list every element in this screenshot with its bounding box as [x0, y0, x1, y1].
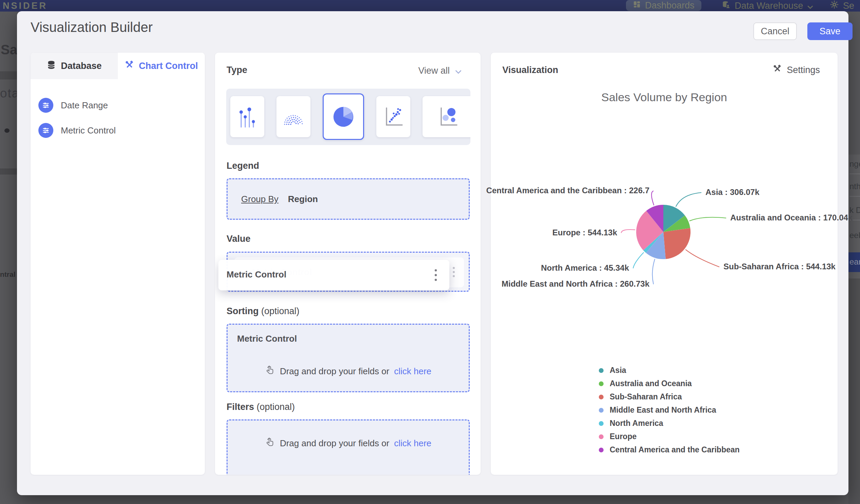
kebab-menu-icon[interactable]: [434, 269, 437, 283]
legend-item[interactable]: Australia and Oceania: [599, 377, 740, 390]
pie-label: Central America and the Caribbean : 226.…: [486, 186, 649, 195]
sliders-icon: [38, 123, 53, 138]
sidebar-item-label: Metric Control: [61, 125, 116, 136]
top-navigation-bar: NSIDER Dashboards Data Warehouse Se: [0, 0, 860, 12]
nav-dashboards-button[interactable]: Dashboards: [626, 0, 701, 11]
sliders-icon: [38, 98, 53, 113]
chart-type-scatter[interactable]: [376, 96, 410, 137]
legend-item[interactable]: Middle East and North Africa: [599, 403, 740, 417]
tab-chart-control[interactable]: Chart Control: [118, 53, 205, 79]
menu-item-fragment: eek: [849, 231, 860, 240]
value-field-drag-card[interactable]: Metric Control: [218, 260, 449, 290]
background-divider: [0, 71, 17, 80]
chart-type-pie[interactable]: [322, 93, 364, 140]
filters-dropzone[interactable]: Drag and drop your fields or click here: [227, 419, 470, 475]
value-field-label: Metric Control: [227, 269, 286, 280]
optional-suffix: (optional): [261, 306, 300, 316]
legend-dot: [599, 421, 604, 426]
database-icon: [46, 60, 56, 72]
legend-dot: [599, 381, 604, 386]
legend-item-label: Central America and the Caribbean: [610, 445, 740, 455]
pie-label-leader: [653, 259, 655, 284]
pie-label: Asia : 306.07k: [705, 187, 759, 197]
menu-item-selected: ear: [848, 252, 860, 272]
background-text-fragment: ntral: [0, 270, 16, 278]
pie-label: Australia and Oceania : 170.04k: [730, 213, 852, 222]
background-bullet-dot: [4, 128, 10, 133]
legend-item-label: North America: [610, 419, 663, 428]
pie-slice[interactable]: [663, 228, 690, 259]
chart-type-arc-dots[interactable]: [276, 96, 311, 137]
chart-legend: AsiaAustralia and OceaniaSub-Saharan Afr…: [599, 364, 740, 457]
legend-item[interactable]: Central America and the Caribbean: [599, 443, 740, 457]
legend-section-header: Legend: [227, 161, 259, 171]
nav-data-warehouse-button[interactable]: Data Warehouse: [722, 0, 813, 12]
pie-label: Sub-Saharan Africa : 544.13k: [723, 262, 835, 271]
sorting-dropzone[interactable]: Metric Control Drag and drop your fields…: [227, 324, 470, 392]
chart-type-lollipop[interactable]: [230, 96, 264, 137]
tools-icon: [125, 60, 134, 72]
visualization-builder-modal: Visualization Builder Cancel Save Databa…: [17, 11, 848, 495]
view-all-dropdown[interactable]: View all: [418, 66, 462, 76]
legend-item[interactable]: Europe: [599, 430, 740, 443]
legend-item[interactable]: North America: [599, 417, 740, 430]
brand-logo: NSIDER: [3, 1, 47, 11]
filters-section-header: Filters (optional): [227, 402, 295, 412]
pie-label-leader: [651, 191, 654, 205]
dropzone-click-here-link[interactable]: click here: [394, 366, 431, 377]
sidebar-item-metric-control[interactable]: Metric Control: [38, 123, 116, 138]
chevron-down-icon: [807, 1, 813, 11]
tap-icon: [265, 365, 275, 378]
tap-icon: [265, 437, 275, 450]
menu-divider: [849, 174, 860, 174]
background-divider: [0, 169, 17, 175]
group-by-value[interactable]: Region: [288, 194, 318, 204]
legend-item[interactable]: Asia: [599, 364, 740, 377]
pie-label-leader: [633, 252, 644, 268]
legend-dot: [599, 368, 604, 373]
menu-divider: [849, 196, 860, 197]
fields-panel-tabs: Database Chart Control: [31, 53, 205, 79]
tab-chart-control-label: Chart Control: [139, 61, 198, 71]
dropzone-text: Drag and drop your fields or: [280, 366, 389, 377]
legend-item-label: Asia: [610, 366, 626, 375]
save-button[interactable]: Save: [807, 23, 852, 40]
gear-icon: [830, 0, 839, 12]
cancel-button[interactable]: Cancel: [753, 23, 797, 40]
nav-dashboards-label: Dashboards: [645, 0, 694, 11]
group-by-dropzone[interactable]: Group By Region: [227, 178, 470, 220]
background-area: [848, 278, 860, 504]
chart-config-panel: Type View all Legend: [215, 53, 481, 475]
view-all-label: View all: [418, 66, 450, 76]
dashboard-icon: [633, 0, 641, 11]
optional-suffix: (optional): [257, 402, 295, 412]
chevron-down-icon: [455, 66, 462, 76]
menu-item-fragment: ear: [849, 257, 860, 267]
legend-dot: [599, 408, 604, 413]
sidebar-item-label: Date Range: [61, 100, 108, 111]
sidebar-item-date-range[interactable]: Date Range: [38, 98, 108, 113]
pie-label-leader: [621, 230, 635, 233]
group-by-label[interactable]: Group By: [241, 194, 278, 204]
page-title: Visualization Builder: [31, 20, 153, 35]
sorting-field-label: Metric Control: [237, 333, 297, 344]
tab-database[interactable]: Database: [31, 53, 118, 79]
dropzone-text: Drag and drop your fields or: [280, 438, 389, 449]
dropzone-click-here-link[interactable]: click here: [394, 438, 431, 449]
pie-label: Europe : 544.13k: [552, 228, 617, 237]
legend-dot: [599, 448, 604, 452]
tab-database-label: Database: [61, 61, 102, 71]
nav-data-warehouse-label: Data Warehouse: [735, 1, 803, 11]
legend-dot: [599, 434, 604, 439]
menu-item-fragment: nge: [849, 159, 860, 169]
legend-item-label: Australia and Oceania: [610, 379, 692, 388]
pie-label: North America : 45.34k: [541, 263, 629, 273]
type-section-header: Type: [227, 65, 247, 75]
chart-type-bubble[interactable]: [422, 96, 470, 137]
legend-item-label: Sub-Saharan Africa: [610, 392, 682, 401]
background-text-fragment: ota: [0, 86, 19, 101]
legend-item[interactable]: Sub-Saharan Africa: [599, 390, 740, 403]
pie-label-leader: [676, 192, 701, 206]
kebab-menu-icon: [453, 266, 455, 279]
nav-settings-button[interactable]: Se: [830, 0, 854, 12]
